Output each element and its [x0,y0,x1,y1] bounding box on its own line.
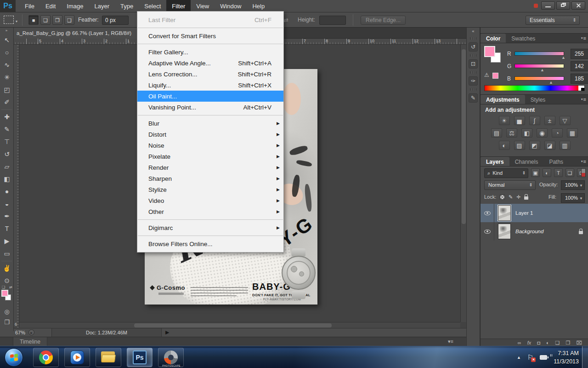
black-white-icon[interactable]: ◧ [521,128,532,138]
menu-filter[interactable]: Filter [166,0,191,12]
filter-menu-item-render[interactable]: Render▶ [137,162,283,173]
layer-mask-icon[interactable]: ◘ [537,339,540,346]
crop-tool[interactable]: ◰ [0,84,14,96]
filter-menu-item-distort[interactable]: Distort▶ [137,129,283,140]
levels-icon[interactable]: ▅ [514,116,525,125]
layer-filter-toggle[interactable] [581,168,586,177]
refine-edge-button[interactable]: Refine Edge... [361,16,406,25]
filter-menu-item-other[interactable]: Other▶ [137,206,283,217]
vibrance-icon[interactable]: ▽ [560,116,571,125]
color-lookup-icon[interactable]: ▦ [567,128,578,138]
blue-value-field[interactable]: 185 [571,74,588,84]
eyedropper-tool[interactable]: ✐ [0,96,14,109]
properties-panel-icon[interactable]: ⊡ [469,59,478,69]
brightness-contrast-icon[interactable]: ☀ [499,116,510,125]
power-icon[interactable] [540,355,547,360]
filter-menu-item-sharpen[interactable]: Sharpen▶ [137,173,283,184]
subtract-from-selection-button[interactable]: ❐ [52,15,62,25]
tool-preset-picker[interactable] [4,16,14,24]
shape-tool[interactable]: ▭ [0,247,14,260]
gamut-warning-icon[interactable]: ⚠ [484,72,489,78]
adjustment-layer-icon[interactable]: ◐ [546,339,549,346]
invert-icon[interactable]: ◐ [499,141,510,150]
lock-position-icon[interactable]: ✛ [516,194,520,200]
lasso-tool[interactable]: ∿ [0,59,14,71]
color-spectrum-bar[interactable] [484,85,585,91]
slider-thumb-icon[interactable]: ▲ [561,55,565,60]
taskbar-photoscape[interactable]: PHOTOSCAPE [158,348,184,367]
green-value-field[interactable]: 142 [571,61,588,71]
tool-presets-panel-icon[interactable]: ✎ [469,93,478,103]
filter-type-layers-icon[interactable]: T [554,168,563,177]
filter-menu-item-browse-filters-online[interactable]: Browse Filters Online... [137,238,283,249]
red-value-field[interactable]: 255 [571,49,588,59]
move-tool[interactable]: ↖ [0,34,14,46]
red-slider[interactable] [514,52,564,56]
quick-mask-button[interactable]: ◎ [0,308,14,315]
restore-button[interactable] [556,1,570,10]
menu-select[interactable]: Select [139,0,166,12]
filter-menu-item-last-filter[interactable]: Last FilterCtrl+F [137,14,283,25]
fill-value-field[interactable]: 100%▼ [561,193,585,203]
horizontal-scrollbar-thumb[interactable] [134,323,332,328]
feather-input[interactable]: 0 px [102,16,129,25]
blur-tool[interactable]: ● [0,185,14,198]
intersect-with-selection-button[interactable]: ❑ [64,15,74,25]
filter-adjustment-layers-icon[interactable]: ◐ [543,168,551,177]
menu-file[interactable]: File [19,0,40,12]
opacity-value-field[interactable]: 100%▼ [561,180,585,190]
hand-tool[interactable]: ✌ [0,262,14,275]
history-brush-tool[interactable]: ↺ [0,148,14,161]
lock-all-icon[interactable] [524,196,528,200]
type-tool[interactable]: T [0,223,14,235]
visibility-toggle[interactable] [481,222,494,241]
panel-menu-icon[interactable]: ≡ [581,35,586,41]
history-panel-icon[interactable]: ↺ [469,42,478,52]
panel-menu-icon[interactable]: ≡ [581,97,586,102]
timeline-tab[interactable]: Timeline [13,337,47,346]
swap-dimensions-icon[interactable]: ⇄ [283,17,288,23]
blend-mode-dropdown[interactable]: Normal⇕ [484,180,536,190]
foreground-color-swatch[interactable] [1,290,8,297]
visibility-toggle[interactable] [481,204,494,222]
filter-menu-item-lens-correction[interactable]: Lens Correction...Shift+Ctrl+R [137,69,283,80]
tab-paths[interactable]: Paths [543,157,569,166]
magic-wand-tool[interactable]: ✳ [0,71,14,84]
hue-saturation-icon[interactable]: ▤ [491,128,502,138]
filter-menu-item-liquify[interactable]: Liquify...Shift+Ctrl+X [137,80,283,91]
taskbar-chrome[interactable] [33,348,59,367]
lock-paint-icon[interactable]: ✎ [509,194,513,200]
new-layer-icon[interactable]: ❐ [565,339,570,346]
minimize-button[interactable] [541,1,555,10]
gradient-tool[interactable]: ◧ [0,173,14,185]
filter-shape-layers-icon[interactable]: ❏ [565,168,574,177]
document-size-info[interactable]: Doc: 1.23M/2.46M [51,328,162,337]
layer-effects-icon[interactable]: fx [527,339,531,346]
menu-type[interactable]: Type [115,0,139,12]
default-colors-icon[interactable]: ❏ [2,285,5,289]
new-selection-button[interactable]: ■ [28,15,39,25]
layer-row-layer-1[interactable]: Layer 1 [481,204,588,222]
menu-edit[interactable]: Edit [40,0,61,12]
path-selection-tool[interactable]: ▶ [0,235,14,247]
gamut-color-cube[interactable] [492,73,498,79]
vertical-ruler[interactable]: 6 [14,45,19,328]
layer-filter-kind-dropdown[interactable]: ⌕Kind⇕ [484,168,528,178]
menu-layer[interactable]: Layer [89,0,115,12]
status-options-icon[interactable]: ▸ [28,329,34,335]
lock-transparency-icon[interactable] [500,195,505,200]
eraser-tool[interactable]: ▱ [0,161,14,173]
menu-window[interactable]: Window [215,0,247,12]
threshold-icon[interactable]: ◩ [529,141,540,150]
tab-color[interactable]: Color [481,34,506,43]
tab-swatches[interactable]: Swatches [506,34,541,43]
panel-menu-icon[interactable]: ≡ [581,159,586,164]
brush-tool[interactable]: ✎ [0,123,14,136]
tab-styles[interactable]: Styles [525,95,551,104]
menu-image[interactable]: Image [61,0,89,12]
filter-menu-item-noise[interactable]: Noise▶ [137,140,283,151]
selective-color-icon[interactable]: ▥ [560,141,571,150]
photo-filter-icon[interactable]: ◉ [537,128,548,138]
menu-help[interactable]: Help [247,0,270,12]
zoom-level-field[interactable]: 66.67% [15,330,25,336]
